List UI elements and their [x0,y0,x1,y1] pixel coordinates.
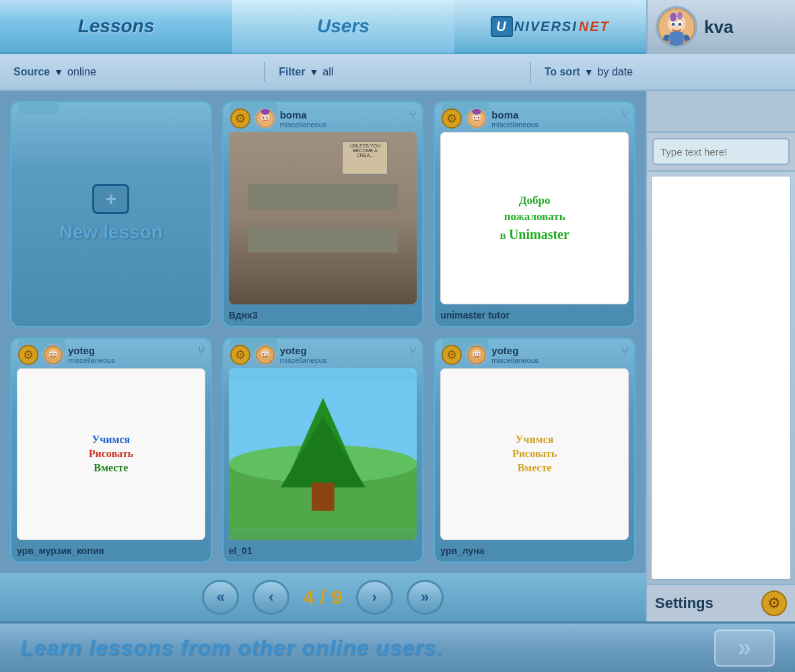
filter-value: all [322,66,333,78]
card-header-luna: ⚙ yoteg misc [435,339,634,368]
first-page-button[interactable]: « [202,580,239,615]
tab-universinet[interactable]: UNIVERSINET [454,0,646,54]
tree-thumb [229,368,417,541]
share-icon-luna[interactable]: ⑂ [621,344,629,358]
card-avatar-yoteg3 [466,344,487,366]
avatar [656,6,697,48]
card-category-el01: miscellaneous [280,356,327,364]
universinet-text: NIVERSI [514,19,578,34]
card-user-info-murzik: yoteg miscellaneous [68,345,115,364]
user-panel: kva [646,0,795,54]
sort-value: by date [598,66,633,78]
tab-lessons[interactable]: Lessons [0,0,232,54]
lesson-card-unimaster[interactable]: ⚙ boma [434,101,635,327]
card-username-murzik: yoteg [68,345,115,356]
lesson-grid: + New lesson ⚙ [0,91,646,573]
gear-icon-vdnh[interactable]: ⚙ [230,108,250,129]
lesson-card-vdnh[interactable]: ⚙ boma [222,101,424,327]
last-page-button[interactable]: » [407,580,444,615]
top-navigation: Lessons Users UNIVERSINET [0,0,795,54]
net-text: NET [579,19,610,34]
next-page-icon: › [372,589,377,606]
filter-arrow-icon: ▼ [309,67,318,77]
card-username-el01: yoteg [280,345,327,356]
avatar-yoteg1-svg [44,345,63,365]
share-icon-el01[interactable]: ⑂ [409,344,417,358]
card-user-info-el01: yoteg miscellaneous [280,345,327,364]
lesson-card-el01[interactable]: ⚙ yoteg misc [222,337,424,564]
banner-arrow-icon: » [738,634,751,662]
share-icon-vdnh[interactable]: ⑂ [409,108,417,122]
settings-gear-icon[interactable]: ⚙ [761,591,787,616]
svg-point-21 [478,116,479,118]
svg-point-13 [263,116,264,118]
svg-point-20 [474,116,475,118]
plus-symbol: + [106,189,116,210]
right-sidebar: Settings ⚙ [646,91,795,621]
lesson-card-murzik[interactable]: ⚙ yoteg misc [10,337,212,564]
card-username-unimaster: boma [491,109,539,121]
luna-thumb: Учимся Рисовать Вместе [440,368,629,541]
card-header-el01: ⚙ yoteg misc [223,339,423,368]
gear-icon-unimaster[interactable]: ⚙ [442,108,462,129]
page-info-display: 4 / 9 [303,586,342,609]
card-avatar-yoteg2 [254,344,276,366]
card-thumbnail-murzik: Учимся Рисовать Вместе [17,368,205,541]
svg-point-27 [50,353,52,354]
card-title-vdnh: Вднх3 [223,307,423,326]
svg-point-22 [473,108,481,114]
card-thumbnail-unimaster: Добропожаловатьв Unimaster [440,132,629,304]
svg-point-34 [266,353,267,354]
filter-divider-2 [530,62,531,82]
drawing-area[interactable] [651,176,791,580]
card-user-info-unimaster: boma miscellaneous [491,109,539,129]
card-category-murzik: miscellaneous [68,356,115,364]
username-display: kva [704,17,733,38]
svg-point-45 [474,353,475,354]
svg-point-8 [677,12,683,20]
source-arrow-icon: ▼ [54,67,63,77]
murzik-text: Учимся Рисовать Вместе [89,433,133,475]
gear-icon-el01[interactable]: ⚙ [230,345,250,365]
new-lesson-card[interactable]: + New lesson [10,101,212,327]
card-username-vdnh: boma [280,109,327,121]
text-input[interactable] [652,138,790,165]
category-filter[interactable]: Filter ▼ all [279,66,516,78]
next-page-button[interactable]: › [356,580,393,615]
svg-point-5 [678,23,681,26]
card-category-unimaster: miscellaneous [491,121,539,129]
tab-users-label: Users [317,15,370,37]
new-lesson-label: New lesson [59,221,163,244]
share-icon-murzik[interactable]: ⑂ [198,344,205,358]
u-badge: U [491,16,512,37]
sort-filter[interactable]: To sort ▼ by date [545,66,782,78]
source-filter[interactable]: Source ▼ online [13,66,250,78]
card-header-murzik: ⚙ yoteg misc [11,339,211,368]
sidebar-user-area [647,91,795,133]
card-username-luna: yoteg [491,345,539,356]
avatar-boma2-svg [467,108,486,129]
gear-icon-murzik[interactable]: ⚙ [18,345,38,365]
last-page-icon: » [421,589,429,606]
first-page-icon: « [217,589,225,606]
sidebar-inner: Settings ⚙ [647,91,795,621]
left-main: + New lesson ⚙ [0,91,646,621]
gear-icon-luna[interactable]: ⚙ [442,345,462,365]
pagination-bar: « ‹ 4 / 9 › » [0,573,646,621]
bottom-banner: Learn lessons from other online users. » [0,621,795,672]
source-label: Source [13,66,50,78]
source-value: online [67,66,96,78]
svg-rect-6 [669,32,683,46]
share-icon-unimaster[interactable]: ⑂ [621,108,629,122]
card-avatar-yoteg1 [42,344,64,366]
banner-arrow-button[interactable]: » [714,630,775,667]
settings-bar: Settings ⚙ [647,584,795,621]
svg-point-4 [672,23,675,26]
tab-users[interactable]: Users [232,0,454,54]
sort-arrow-icon: ▼ [584,67,594,77]
svg-point-14 [266,116,267,118]
lesson-card-luna[interactable]: ⚙ yoteg misc [434,337,635,564]
card-thumbnail-luna: Учимся Рисовать Вместе [440,368,629,541]
prev-page-button[interactable]: ‹ [252,580,289,615]
card-thumbnail-vdnh: UNLESS YOU BECOME A CREA... [229,132,417,304]
